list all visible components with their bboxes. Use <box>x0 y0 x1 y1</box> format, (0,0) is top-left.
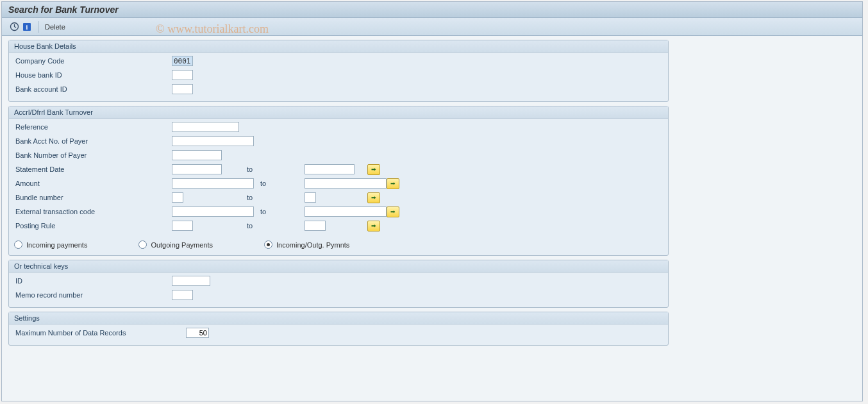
label-ext-tc: External transaction code <box>14 208 172 215</box>
arrow-right-icon: ➡ <box>371 166 376 173</box>
to-label-1: to <box>240 165 305 173</box>
amount-from-field[interactable] <box>172 179 253 188</box>
bundle-from-input[interactable] <box>172 192 183 203</box>
posting-rule-from-input[interactable] <box>172 221 193 231</box>
posting-rule-to-input[interactable] <box>305 221 326 231</box>
group-title-tech: Or technical keys <box>9 260 668 273</box>
stmt-date-to-field[interactable] <box>305 165 354 174</box>
radio-icon <box>14 240 22 249</box>
label-bank-acct-payer: Bank Acct No. of Payer <box>14 137 172 145</box>
id-input[interactable] <box>172 276 210 286</box>
label-stmt-date: Statement Date <box>14 165 172 173</box>
delete-button[interactable]: Delete <box>42 22 68 32</box>
stmt-date-multi-button[interactable]: ➡ <box>367 164 380 175</box>
max-records-input[interactable] <box>186 328 209 338</box>
label-bank-num-payer: Bank Number of Payer <box>14 151 172 159</box>
ext-tc-from-field[interactable] <box>172 207 253 216</box>
arrow-right-icon: ➡ <box>390 208 396 215</box>
company-code-input[interactable]: 0001 <box>172 56 193 66</box>
group-title-settings: Settings <box>9 312 668 324</box>
bank-acct-payer-input[interactable] <box>172 136 254 146</box>
to-label-5: to <box>240 222 305 230</box>
group-title-accrl: Accrl/Dfrrl Bank Turnover <box>9 106 668 119</box>
ext-tc-to-field[interactable] <box>305 207 386 216</box>
posting-rule-multi-button[interactable]: ➡ <box>367 221 380 231</box>
toolbar: i Delete <box>2 18 862 36</box>
arrow-right-icon: ➡ <box>390 180 396 187</box>
posting-rule-to-field[interactable] <box>305 221 325 230</box>
label-bank-account-id: Bank account ID <box>14 85 172 93</box>
memo-field[interactable] <box>172 290 192 299</box>
arrow-right-icon: ➡ <box>371 223 376 229</box>
ext-tc-to-input[interactable] <box>305 206 387 217</box>
label-memo: Memo record number <box>14 291 172 299</box>
ext-tc-multi-button[interactable]: ➡ <box>387 206 399 217</box>
radio-outgoing[interactable]: Outgoing Payments <box>138 240 213 249</box>
reference-field[interactable] <box>172 122 238 131</box>
radio-both[interactable]: Incoming/Outg. Pymnts <box>264 240 349 249</box>
memo-input[interactable] <box>172 290 193 300</box>
bundle-multi-button[interactable]: ➡ <box>367 192 380 203</box>
toolbar-separator <box>38 21 38 33</box>
bank-num-payer-field[interactable] <box>172 151 221 160</box>
bundle-to-field[interactable] <box>305 193 315 202</box>
info-button[interactable]: i <box>21 21 33 33</box>
clock-execute-icon <box>10 22 19 31</box>
radio-icon-selected <box>264 240 272 249</box>
label-max-records: Maximum Number of Data Records <box>14 329 186 337</box>
radio-outgoing-label: Outgoing Payments <box>151 241 213 249</box>
amount-from-input[interactable] <box>172 178 254 189</box>
group-settings: Settings Maximum Number of Data Records <box>8 312 669 346</box>
bank-account-id-input[interactable] <box>172 84 193 94</box>
group-house-bank: House Bank Details Company Code 0001 Hou… <box>8 40 669 102</box>
ext-tc-from-input[interactable] <box>172 206 254 217</box>
info-icon: i <box>22 22 31 31</box>
reference-input[interactable] <box>172 122 239 132</box>
max-records-field[interactable] <box>187 328 208 337</box>
radio-incoming[interactable]: Incoming payments <box>14 240 87 249</box>
arrow-right-icon: ➡ <box>371 194 376 201</box>
label-posting-rule: Posting Rule <box>14 222 172 230</box>
radio-incoming-label: Incoming payments <box>26 241 87 249</box>
group-tech: Or technical keys ID Memo record number <box>8 260 669 308</box>
window-title: Search for Bank Turnover <box>2 2 862 18</box>
amount-to-input[interactable] <box>305 178 387 189</box>
stmt-date-to-input[interactable] <box>305 164 355 174</box>
group-title-house-bank: House Bank Details <box>9 40 668 53</box>
to-label-2: to <box>254 180 305 187</box>
execute-button[interactable] <box>8 21 20 33</box>
bundle-from-field[interactable] <box>172 193 183 202</box>
stmt-date-from-field[interactable] <box>172 165 221 174</box>
posting-rule-from-field[interactable] <box>172 221 192 230</box>
bank-account-id-field[interactable] <box>172 85 192 94</box>
house-bank-id-input[interactable] <box>172 70 193 80</box>
stmt-date-from-input[interactable] <box>172 164 222 174</box>
bank-acct-payer-field[interactable] <box>172 137 253 146</box>
house-bank-id-field[interactable] <box>172 71 192 80</box>
label-id: ID <box>14 277 172 285</box>
bundle-to-input[interactable] <box>305 192 316 203</box>
label-house-bank-id: House bank ID <box>14 71 172 79</box>
amount-multi-button[interactable]: ➡ <box>387 178 399 189</box>
to-label-3: to <box>240 194 305 201</box>
label-amount: Amount <box>14 180 172 187</box>
group-accrl: Accrl/Dfrrl Bank Turnover Reference Bank… <box>8 106 669 256</box>
bank-num-payer-input[interactable] <box>172 150 222 160</box>
label-bundle: Bundle number <box>14 194 172 201</box>
amount-to-field[interactable] <box>305 179 386 188</box>
radio-icon <box>138 240 147 249</box>
svg-text:i: i <box>26 24 28 31</box>
id-field[interactable] <box>172 276 210 285</box>
label-company-code: Company Code <box>14 57 172 65</box>
label-reference: Reference <box>14 123 172 131</box>
radio-both-label: Incoming/Outg. Pymnts <box>276 241 349 249</box>
to-label-4: to <box>254 208 305 215</box>
